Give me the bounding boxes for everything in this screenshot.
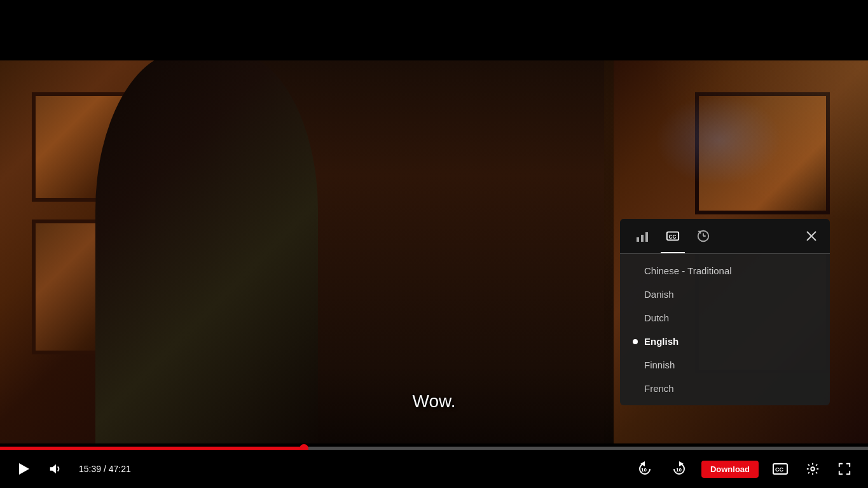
svg-rect-2 — [645, 232, 648, 242]
language-label: Dutch — [644, 312, 669, 323]
language-label: Danish — [644, 289, 674, 300]
progress-handle[interactable] — [300, 444, 308, 450]
time-separator: / — [104, 464, 109, 474]
cc-icon: CC — [773, 462, 788, 476]
svg-rect-1 — [641, 235, 644, 242]
language-label: Finnish — [644, 359, 675, 370]
play-icon — [17, 462, 31, 476]
controls-bar: 15:39 / 47:21 10 10 Download — [0, 450, 868, 488]
list-item-french[interactable]: French — [620, 377, 830, 400]
current-time: 15:39 — [79, 464, 101, 474]
video-player: Wow. — [0, 0, 868, 488]
scene-figure — [95, 51, 318, 450]
tab-playback[interactable] — [691, 225, 715, 247]
list-item-chinese-traditional[interactable]: Chinese - Traditional — [620, 259, 830, 282]
playback-speed-icon — [696, 229, 710, 243]
list-item-english[interactable]: English — [620, 330, 830, 353]
letterbox-top — [0, 0, 868, 60]
language-label: Chinese - Traditional — [644, 265, 732, 276]
panel-tabs: CC — [620, 219, 830, 254]
language-list[interactable]: Chinese - Traditional Danish Dutch Engli… — [620, 254, 830, 405]
fullscreen-icon — [837, 462, 851, 476]
selected-bullet — [633, 339, 638, 344]
svg-text:CC: CC — [775, 466, 783, 473]
language-label: English — [644, 336, 679, 347]
quality-icon — [635, 229, 649, 243]
svg-text:CC: CC — [669, 234, 677, 240]
download-button[interactable]: Download — [701, 461, 759, 478]
svg-rect-0 — [637, 237, 639, 242]
rewind-icon: 10 — [637, 461, 653, 477]
settings-icon — [806, 462, 820, 476]
time-display: 15:39 / 47:21 — [79, 464, 131, 474]
skip-icon: 10 — [671, 461, 687, 477]
svg-text:10: 10 — [676, 467, 682, 473]
tab-quality[interactable] — [630, 225, 654, 247]
language-label: French — [644, 383, 674, 394]
tab-subtitles[interactable]: CC — [661, 225, 685, 247]
fullscreen-button[interactable] — [834, 458, 855, 480]
svg-marker-10 — [19, 463, 29, 475]
close-icon — [806, 230, 817, 242]
scene-city-lights — [607, 60, 830, 220]
svg-point-18 — [811, 467, 815, 471]
list-item-danish[interactable]: Danish — [620, 282, 830, 306]
cc-button[interactable]: CC — [769, 458, 792, 480]
settings-button[interactable] — [802, 458, 823, 480]
skip-button[interactable]: 10 — [667, 457, 691, 481]
svg-marker-11 — [50, 464, 56, 474]
panel-close-button[interactable] — [803, 228, 820, 244]
volume-button[interactable] — [45, 458, 66, 480]
volume-icon — [48, 462, 62, 476]
list-item-finnish[interactable]: Finnish — [620, 353, 830, 377]
list-item-dutch[interactable]: Dutch — [620, 306, 830, 330]
subtitle-text: Wow. — [413, 391, 456, 412]
total-time: 47:21 — [109, 464, 131, 474]
subtitle-panel: CC — [620, 219, 830, 405]
video-area[interactable]: Wow. — [0, 0, 868, 450]
svg-text:10: 10 — [641, 467, 647, 473]
rewind-button[interactable]: 10 — [633, 457, 657, 481]
play-button[interactable] — [13, 458, 34, 480]
cc-tab-icon: CC — [666, 229, 680, 243]
